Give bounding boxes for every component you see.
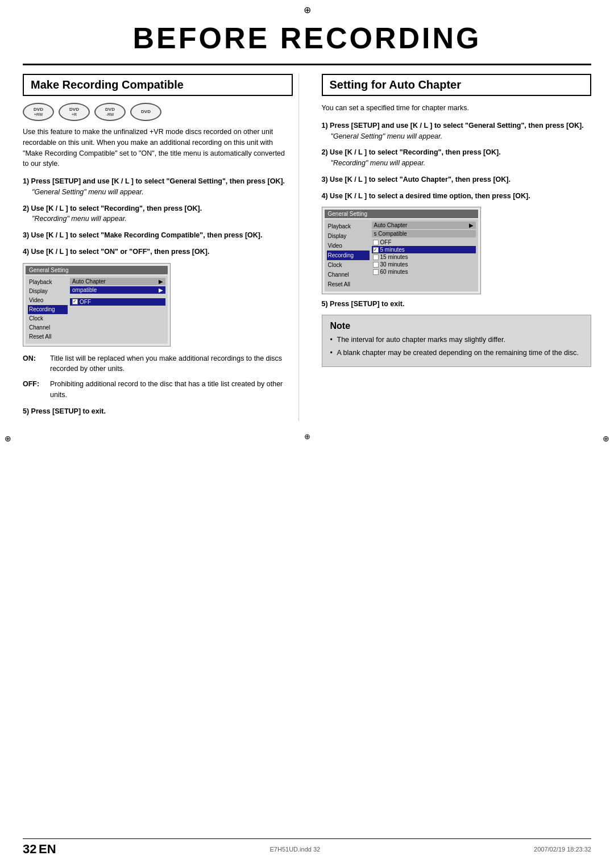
left-press-setup: 5) Press [SETUP] to exit. xyxy=(23,407,293,415)
page-number: 32 xyxy=(23,842,36,856)
left-step-4: 4) Use [K / L ] to select "ON" or "OFF",… xyxy=(23,247,293,257)
left-menu-title: General Setting xyxy=(26,266,168,274)
on-off-section: ON: Title list will be replaced when you… xyxy=(23,353,293,400)
right-menu-title: General Setting xyxy=(325,210,478,218)
left-step-1: 1) Press [SETUP] and use [K / L ] to sel… xyxy=(23,176,293,198)
page-en-label: EN xyxy=(39,842,56,856)
on-item: ON: Title list will be replaced when you… xyxy=(23,353,293,375)
left-intro-text: Use this feature to make the unfinalized… xyxy=(23,127,293,169)
note-item-2: A blank chapter may be created depending… xyxy=(330,348,583,358)
right-section-header: Setting for Auto Chapter xyxy=(322,74,592,96)
right-step-2: 2) Use [K / L ] to select "Recording", t… xyxy=(322,147,592,169)
off-desc: Prohibiting additional record to the dis… xyxy=(50,379,293,400)
footer-right: 2007/02/19 18:23:32 xyxy=(534,846,591,853)
note-item-1: The interval for auto chapter marks may … xyxy=(330,335,583,345)
on-label: ON: xyxy=(23,353,50,375)
right-menu-body: Playback Display Video Recording Clock C… xyxy=(325,219,478,291)
off-item: OFF: Prohibiting additional record to th… xyxy=(23,379,293,400)
dvd-logo-2: DVD +R xyxy=(59,103,90,121)
left-step-3: 3) Use [K / L ] to select "Make Recordin… xyxy=(23,230,293,241)
right-menu-items: Playback Display Video Recording Clock C… xyxy=(327,222,370,289)
left-column: Make Recording Compatible DVD +RW DVD +R… xyxy=(23,74,299,421)
right-column: Setting for Auto Chapter You can set a s… xyxy=(316,74,592,421)
right-step-4: 4) Use [K / L ] to select a desired time… xyxy=(322,191,592,202)
right-press-setup: 5) Press [SETUP] to exit. xyxy=(322,300,592,308)
right-menu-right-panel: Auto Chapter ▶ s Compatible OFF 5 min xyxy=(372,222,476,289)
right-section-title: Setting for Auto Chapter xyxy=(330,78,584,91)
side-mark-left: ⊕ xyxy=(5,434,11,443)
dvd-logo-1: DVD +RW xyxy=(23,103,54,121)
left-section-title: Make Recording Compatible xyxy=(31,78,285,91)
page-title: BEFORE RECORDING xyxy=(23,21,591,55)
side-mark-right: ⊕ xyxy=(603,434,609,443)
left-menu-right-panel: Auto Chapter ▶ ompatible ▶ OFF xyxy=(70,278,165,341)
note-title: Note xyxy=(330,321,583,331)
dvd-logos: DVD +RW DVD +R DVD -RW DVD xyxy=(23,103,293,121)
right-step-1: 1) Press [SETUP] and use [K / L ] to sel… xyxy=(322,120,592,142)
page-title-section: BEFORE RECORDING xyxy=(23,15,591,65)
left-step-2: 2) Use [K / L ] to select "Recording", t… xyxy=(23,203,293,225)
dvd-logo-3: DVD -RW xyxy=(94,103,126,121)
on-desc: Title list will be replaced when you mak… xyxy=(50,353,293,375)
page-number-en: 32 EN xyxy=(23,842,56,857)
reg-mark-bottom: ⊕ xyxy=(23,432,591,441)
reg-mark-top: ⊕ xyxy=(23,0,591,15)
off-label: OFF: xyxy=(23,379,50,400)
right-step-3: 3) Use [K / L ] to select "Auto Chapter"… xyxy=(322,174,592,185)
left-menu-items: Playback Display Video Recording Clock C… xyxy=(28,278,68,341)
left-section-header: Make Recording Compatible xyxy=(23,74,293,96)
left-menu-screenshot: General Setting Playback Display Video R… xyxy=(23,263,171,347)
right-menu-screenshot: General Setting Playback Display Video R… xyxy=(322,207,481,294)
left-menu-body: Playback Display Video Recording Clock C… xyxy=(26,276,168,344)
right-intro-text: You can set a specified time for chapter… xyxy=(322,103,592,114)
footer-center: E7H51UD.indd 32 xyxy=(270,846,321,853)
note-box: Note The interval for auto chapter marks… xyxy=(322,315,592,367)
page-footer: 32 EN E7H51UD.indd 32 2007/02/19 18:23:3… xyxy=(23,838,591,857)
page-container: ⊕ ⊕ ⊕ BEFORE RECORDING Make Recording Co… xyxy=(0,0,614,868)
two-col-layout: Make Recording Compatible DVD +RW DVD +R… xyxy=(23,74,591,421)
dvd-logo-4: DVD xyxy=(130,103,161,121)
ac-options: OFF 5 minutes 15 minutes xyxy=(372,239,476,276)
